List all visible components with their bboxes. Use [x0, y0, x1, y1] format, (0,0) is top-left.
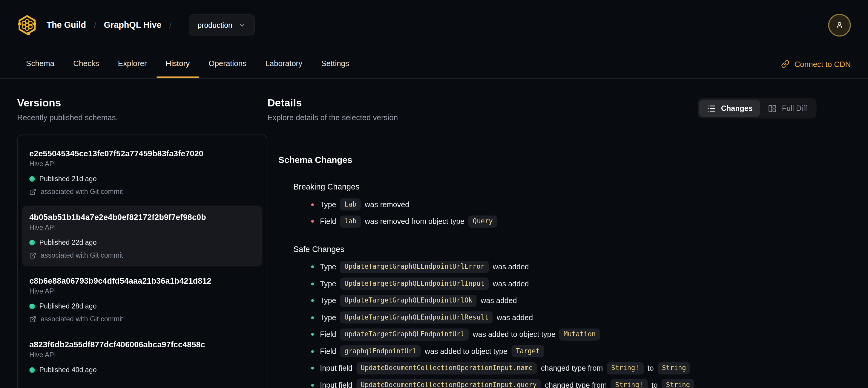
tab-operations[interactable]: Operations — [200, 50, 255, 78]
change-text: changed type from — [545, 381, 607, 388]
change-text: was removed — [365, 200, 409, 209]
published-status-dot — [29, 240, 35, 245]
version-hash: e2e55045345ce13fe07f52a77459b83fa3fe7020 — [29, 149, 255, 158]
change-text: was added — [497, 313, 533, 322]
version-service: Hive API — [29, 288, 255, 295]
target-selector-value: production — [197, 21, 232, 29]
published-label: Published 28d ago — [39, 302, 97, 310]
safe-changes-title: Safe Changes — [293, 244, 816, 253]
code-chip: UpdateTargetGraphQLEndpointUrlOk — [340, 294, 477, 307]
code-chip: UpdateDocumentCollectionOperationInput.n… — [356, 362, 537, 374]
code-chip: String! — [611, 379, 648, 388]
change-text: was added — [493, 279, 529, 288]
version-service: Hive API — [29, 160, 255, 168]
versions-panel: Versions Recently published schemas. e2e… — [17, 79, 267, 388]
code-chip: Query — [468, 215, 497, 228]
version-list: e2e55045345ce13fe07f52a77459b83fa3fe7020… — [17, 135, 267, 388]
code-chip: UpdateDocumentCollectionOperationInput.q… — [356, 379, 541, 388]
change-row: TypeUpdateTargetGraphQLEndpointUrlErrorw… — [278, 261, 816, 273]
git-commit-label: associated with Git commit — [41, 316, 123, 323]
tab-laboratory[interactable]: Laboratory — [256, 50, 311, 78]
change-text: was added to object type — [473, 330, 556, 339]
bullet-dot — [311, 203, 314, 206]
change-text: Type — [320, 313, 336, 322]
code-chip: String! — [607, 362, 643, 374]
code-chip: Target — [512, 345, 544, 358]
change-row: TypeUpdateTargetGraphQLEndpointUrlInputw… — [278, 278, 816, 290]
version-item[interactable]: c8b6e88a06793b9c4dfd54aaa21b36a1b421d812… — [22, 269, 262, 330]
list-icon — [707, 104, 716, 113]
bullet-dot — [311, 299, 314, 302]
git-commit-link[interactable]: associated with Git commit — [29, 188, 255, 196]
tab-schema[interactable]: Schema — [17, 50, 63, 78]
change-text: to — [651, 381, 658, 388]
git-commit-label: associated with Git commit — [41, 188, 123, 196]
version-item[interactable]: 4b05ab51b1b4a7e2e4b0ef82172f2b9f7ef98c0b… — [22, 206, 262, 267]
git-commit-label: associated with Git commit — [41, 251, 123, 259]
version-item[interactable]: e2e55045345ce13fe07f52a77459b83fa3fe7020… — [22, 142, 262, 203]
bullet-dot — [311, 265, 314, 268]
change-text: was added to object type — [425, 347, 507, 355]
bullet-dot — [311, 316, 314, 319]
tab-settings[interactable]: Settings — [312, 50, 358, 78]
git-commit-link[interactable]: associated with Git commit — [29, 251, 255, 259]
change-text: Field — [320, 217, 336, 226]
external-link-icon — [29, 188, 36, 195]
changes-view-button[interactable]: Changes — [700, 100, 761, 117]
change-row: Fieldlabwas removed from object typeQuer… — [278, 215, 816, 228]
bullet-dot — [311, 367, 314, 369]
change-text: Type — [320, 200, 336, 209]
code-chip: UpdateTargetGraphQLEndpointUrlResult — [340, 311, 493, 324]
tab-checks[interactable]: Checks — [64, 50, 108, 78]
version-hash: a823f6db2a55df877dcf406006abca97fcc4858c — [29, 340, 255, 349]
connect-to-cdn-label: Connect to CDN — [795, 59, 851, 68]
tab-bar: SchemaChecksExplorerHistoryOperationsLab… — [0, 50, 868, 79]
code-chip: UpdateTargetGraphQLEndpointUrlError — [340, 261, 489, 273]
change-text: Field — [320, 347, 336, 355]
external-link-icon — [29, 252, 36, 259]
columns-icon — [768, 104, 777, 113]
change-text: Field — [320, 330, 336, 339]
bullet-dot — [311, 220, 314, 223]
version-service: Hive API — [29, 351, 255, 359]
changes-view-label: Changes — [721, 104, 753, 112]
bullet-dot — [311, 384, 314, 386]
connect-to-cdn-button[interactable]: Connect to CDN — [781, 50, 851, 78]
safe-changes-list: TypeUpdateTargetGraphQLEndpointUrlErrorw… — [278, 261, 816, 388]
external-link-icon — [29, 316, 36, 323]
breadcrumb-separator: / — [169, 20, 172, 30]
change-row: FieldupdateTargetGraphQLEndpointUrlwas a… — [278, 328, 816, 340]
change-text: was added — [493, 263, 529, 271]
full-diff-view-button[interactable]: Full Diff — [761, 100, 815, 117]
target-selector-dropdown[interactable]: production — [189, 14, 255, 35]
git-commit-link[interactable]: associated with Git commit — [29, 316, 255, 323]
published-label: Published 22d ago — [39, 239, 97, 247]
breadcrumb-org[interactable]: The Guild — [46, 20, 86, 30]
schema-changes-section: Schema Changes Breaking Changes TypeLabw… — [278, 155, 816, 388]
hive-logo-icon[interactable] — [17, 15, 37, 35]
tab-history[interactable]: History — [157, 50, 198, 78]
version-item[interactable]: a823f6db2a55df877dcf406006abca97fcc4858c… — [22, 333, 262, 381]
code-chip: UpdateTargetGraphQLEndpointUrlInput — [340, 278, 489, 290]
change-row: FieldgraphqlEndpointUrlwas added to obje… — [278, 345, 816, 358]
code-chip: String — [658, 362, 690, 374]
version-published: Published 40d ago — [29, 366, 255, 374]
breadcrumb-project[interactable]: GraphQL Hive — [104, 20, 162, 30]
change-text: was added — [481, 297, 517, 305]
breadcrumb-separator: / — [94, 20, 96, 30]
change-text: to — [648, 364, 654, 372]
version-hash: c8b6e88a06793b9c4dfd54aaa21b36a1b421d812 — [29, 276, 255, 286]
version-service: Hive API — [29, 224, 255, 232]
code-chip: updateTargetGraphQLEndpointUrl — [340, 328, 469, 340]
main-content: Versions Recently published schemas. e2e… — [0, 79, 868, 388]
change-text: Input field — [320, 381, 352, 388]
app-window: The Guild / GraphQL Hive / production Sc… — [0, 0, 868, 388]
change-text: Type — [320, 297, 336, 305]
published-label: Published 21d ago — [39, 175, 97, 183]
user-avatar-button[interactable] — [828, 13, 851, 36]
published-status-dot — [29, 176, 35, 182]
tab-explorer[interactable]: Explorer — [109, 50, 156, 78]
details-title: Details — [267, 97, 398, 109]
app-header: The Guild / GraphQL Hive / production — [0, 0, 868, 50]
version-published: Published 21d ago — [29, 175, 255, 183]
